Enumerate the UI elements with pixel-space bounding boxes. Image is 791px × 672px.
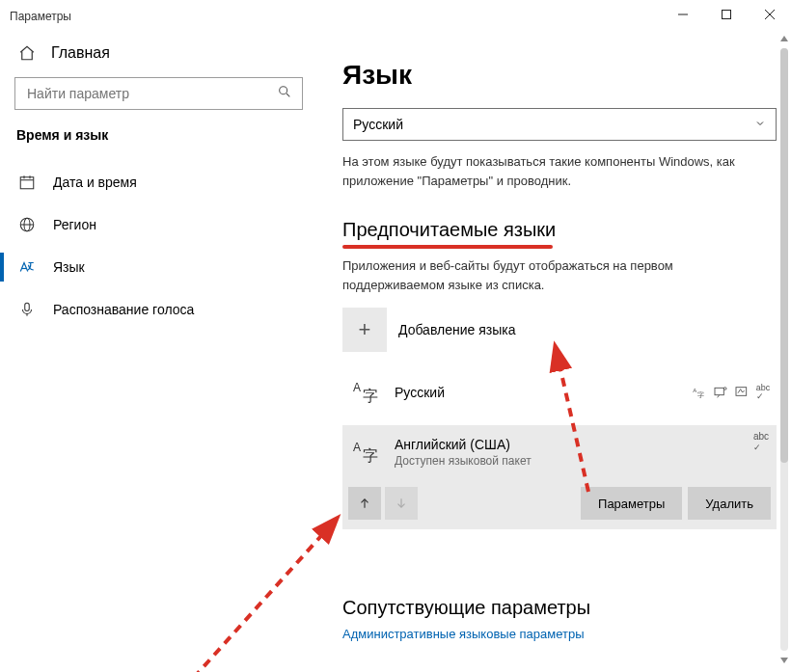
admin-language-link[interactable]: Административные языковые параметры	[342, 627, 777, 641]
sidebar-item-speech[interactable]: Распознавание голоса	[14, 291, 303, 328]
sidebar-item-region[interactable]: Регион	[14, 206, 303, 243]
home-icon	[18, 44, 36, 62]
move-down-button[interactable]	[385, 487, 418, 520]
language-row-russian[interactable]: A 字 Русский A字 abc✓	[342, 365, 777, 419]
sidebar-item-label: Язык	[53, 259, 85, 275]
titlebar: Параметры	[0, 0, 791, 29]
language-subtitle: Доступен языковой пакет	[395, 454, 771, 468]
svg-rect-6	[20, 177, 34, 189]
svg-marker-16	[780, 36, 788, 41]
svg-line-5	[286, 94, 289, 96]
close-button[interactable]	[748, 0, 791, 29]
globe-icon	[18, 216, 36, 233]
page-title: Язык	[342, 60, 777, 91]
scroll-down-arrow[interactable]	[780, 655, 788, 666]
svg-text:字: 字	[363, 447, 378, 464]
svg-text:字: 字	[363, 388, 378, 404]
add-language-row[interactable]: + Добавление языка	[342, 308, 777, 352]
microphone-icon	[18, 301, 36, 318]
display-language-icon: A字	[692, 385, 707, 400]
minimize-button[interactable]	[661, 0, 704, 29]
search-icon	[277, 84, 292, 103]
dropdown-value: Русский	[353, 117, 403, 132]
options-button[interactable]: Параметры	[581, 487, 682, 520]
home-label: Главная	[51, 44, 110, 62]
sidebar-item-language[interactable]: Язык	[14, 249, 303, 285]
language-name: Русский	[395, 385, 680, 400]
sidebar: Главная Время и язык Дата и время Ре	[0, 29, 318, 672]
svg-point-23	[723, 388, 726, 390]
content-pane: Язык Русский На этом языке будут показыв…	[318, 29, 791, 672]
spellcheck-icon: abc✓	[755, 385, 771, 400]
preferred-languages-description: Приложения и веб-сайты будут отображатьс…	[342, 256, 777, 294]
language-icon	[18, 258, 36, 276]
svg-point-4	[280, 87, 287, 94]
scrollbar-thumb[interactable]	[780, 48, 788, 463]
display-language-description: На этом языке будут показываться такие к…	[342, 152, 777, 190]
sidebar-item-datetime[interactable]: Дата и время	[14, 164, 303, 201]
svg-text:A: A	[693, 388, 696, 393]
remove-button[interactable]: Удалить	[688, 487, 771, 520]
svg-marker-17	[780, 658, 788, 663]
sidebar-item-label: Распознавание голоса	[53, 302, 194, 317]
svg-text:字: 字	[697, 390, 704, 399]
sidebar-section-title: Время и язык	[16, 127, 303, 143]
sidebar-item-label: Регион	[53, 217, 96, 232]
window-title: Параметры	[10, 10, 71, 23]
svg-rect-22	[715, 388, 723, 394]
svg-text:A: A	[353, 381, 361, 394]
svg-rect-24	[736, 388, 747, 396]
sidebar-item-label: Дата и время	[53, 175, 137, 190]
home-nav[interactable]: Главная	[14, 39, 303, 67]
related-settings-heading: Сопутствующие параметры	[342, 597, 777, 619]
annotation-underline	[342, 245, 553, 249]
maximize-button[interactable]	[704, 0, 748, 29]
language-name: Английский (США)	[395, 437, 771, 452]
handwriting-icon	[734, 385, 750, 400]
scroll-up-arrow[interactable]	[780, 33, 788, 44]
language-glyph-icon: A 字	[348, 435, 383, 470]
language-row-english[interactable]: abc✓ A 字 Английский (США) Доступен языко…	[342, 425, 777, 479]
calendar-icon	[18, 174, 36, 191]
svg-rect-14	[25, 303, 30, 310]
search-input[interactable]	[25, 85, 277, 102]
preferred-languages-heading: Предпочитаемые языки	[342, 219, 777, 241]
language-feature-icons: A字 abc✓	[692, 385, 771, 400]
search-box[interactable]	[14, 77, 303, 110]
move-up-button[interactable]	[348, 487, 381, 520]
scrollbar[interactable]	[780, 33, 788, 666]
language-glyph-icon: A 字	[348, 375, 383, 410]
plus-icon: +	[342, 308, 387, 352]
svg-text:A: A	[353, 441, 361, 454]
display-language-dropdown[interactable]: Русский	[342, 108, 777, 141]
svg-rect-1	[722, 11, 730, 19]
text-to-speech-icon	[713, 385, 728, 400]
add-language-label: Добавление языка	[398, 322, 516, 337]
spellcheck-icon: abc✓	[753, 431, 769, 452]
language-actions: Параметры Удалить	[342, 479, 777, 529]
chevron-down-icon	[754, 117, 766, 132]
